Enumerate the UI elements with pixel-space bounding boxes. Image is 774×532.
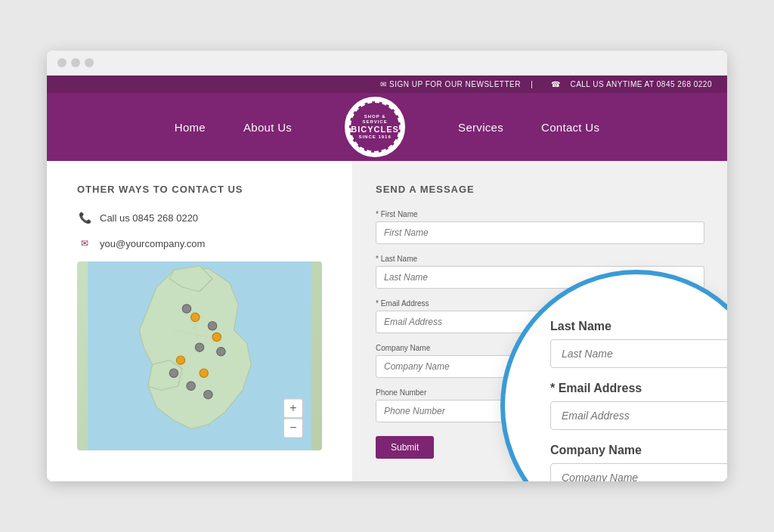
main-content: OTHER WAYS TO CONTACT US 📞 Call us 0845 … <box>47 161 727 481</box>
map-container: + − <box>77 261 322 450</box>
svg-point-10 <box>169 369 178 377</box>
svg-point-9 <box>217 348 225 356</box>
first-name-input[interactable] <box>376 221 704 244</box>
navigation: Home About Us SHOP & SERVICE BICYCLES SI… <box>47 93 727 161</box>
zoom-email-input[interactable] <box>550 401 727 430</box>
browser-window: ✉ SIGN UP FOR OUR NEWSLETTER | ☎ CALL US… <box>47 51 727 481</box>
phone-icon: ☎ <box>551 80 561 88</box>
left-panel: OTHER WAYS TO CONTACT US 📞 Call us 0845 … <box>47 161 353 481</box>
right-section-title: SEND A MESSAGE <box>376 184 704 195</box>
svg-point-6 <box>182 305 190 313</box>
first-name-label: * First Name <box>376 210 704 218</box>
email-label: you@yourcompany.com <box>100 238 205 249</box>
zoom-field-label-3: Company Name <box>550 444 727 457</box>
logo-top: SHOP & SERVICE <box>351 114 399 125</box>
separator: | <box>531 80 533 88</box>
left-section-title: OTHER WAYS TO CONTACT US <box>77 184 322 195</box>
phone-label: Call us 0845 268 0220 <box>100 212 198 224</box>
nav-services[interactable]: Services <box>458 121 503 134</box>
email-icon: ✉ <box>77 236 92 251</box>
logo-main: BICYCLES <box>351 125 399 135</box>
logo-since: SINCE 1916 <box>351 135 399 140</box>
svg-point-13 <box>191 313 200 321</box>
browser-dot-yellow <box>71 58 80 67</box>
browser-titlebar <box>47 51 727 76</box>
svg-point-7 <box>208 322 216 330</box>
nav-logo-inner: SHOP & SERVICE BICYCLES SINCE 1916 <box>349 101 401 153</box>
svg-text:−: − <box>289 421 296 434</box>
browser-dot-green <box>85 58 94 67</box>
svg-point-15 <box>176 356 184 364</box>
call-text: ☎ CALL US ANYTIME AT 0845 268 0220 <box>543 80 712 88</box>
svg-point-16 <box>200 369 208 377</box>
browser-dot-red <box>57 58 67 67</box>
last-name-label: * Last Name <box>376 255 704 263</box>
zoom-field-label-1: Last Name <box>550 320 727 333</box>
nav-logo: SHOP & SERVICE BICYCLES SINCE 1916 <box>345 97 405 157</box>
first-name-field: * First Name <box>376 210 704 244</box>
map-svg: + − <box>77 261 322 450</box>
svg-point-12 <box>204 390 212 398</box>
svg-point-11 <box>187 382 195 390</box>
phone-contact: 📞 Call us 0845 268 0220 <box>77 210 322 225</box>
email-contact: ✉ you@yourcompany.com <box>77 236 322 251</box>
submit-button[interactable]: Submit <box>376 436 434 459</box>
svg-text:+: + <box>289 401 296 414</box>
nav-about[interactable]: About Us <box>243 121 292 134</box>
svg-point-14 <box>212 332 221 341</box>
newsletter-text: ✉ SIGN UP FOR OUR NEWSLETTER <box>380 80 521 88</box>
nav-links: Home About Us SHOP & SERVICE BICYCLES SI… <box>175 97 599 157</box>
logo-text: SHOP & SERVICE BICYCLES SINCE 1916 <box>351 114 399 141</box>
top-bar: ✉ SIGN UP FOR OUR NEWSLETTER | ☎ CALL US… <box>47 76 727 93</box>
zoom-field-label-2: * Email Address <box>550 382 727 395</box>
phone-icon: 📞 <box>77 210 92 225</box>
nav-home[interactable]: Home <box>175 121 206 134</box>
zoom-company-input[interactable] <box>550 463 727 481</box>
call-label: CALL US ANYTIME AT 0845 268 0220 <box>570 80 712 88</box>
svg-point-8 <box>195 343 203 351</box>
zoom-last-name-input[interactable] <box>550 339 727 368</box>
nav-contact[interactable]: Contact Us <box>541 121 599 134</box>
